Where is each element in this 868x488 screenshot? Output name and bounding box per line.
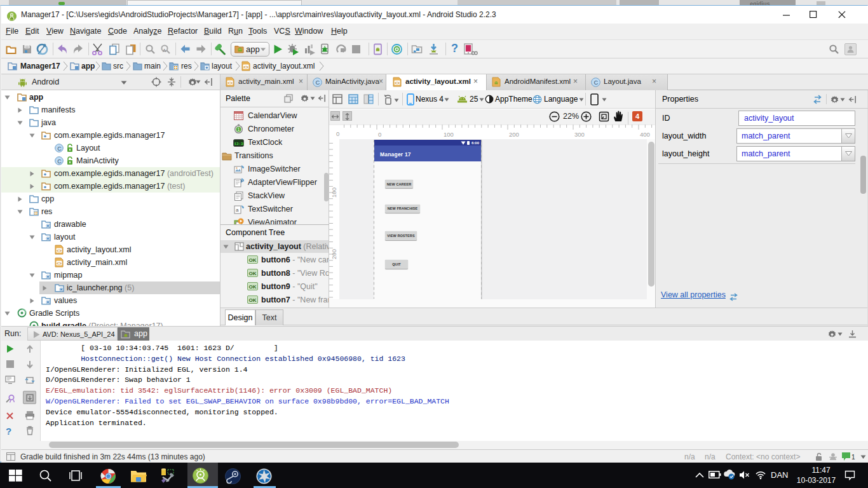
svg-text:<>: <> [395, 81, 400, 86]
svg-text:C: C [57, 158, 62, 165]
svg-text:100: 100 [330, 187, 337, 198]
svg-text:400: 400 [640, 131, 650, 138]
svg-text:C: C [316, 79, 320, 86]
svg-text:13:31: 13:31 [234, 142, 244, 146]
svg-text:100: 100 [444, 131, 454, 138]
svg-text:<>: <> [227, 81, 233, 86]
svg-text:A: A [163, 48, 166, 53]
svg-text:<>: <> [243, 65, 248, 70]
svg-text:<>: <> [57, 249, 62, 254]
svg-text:C: C [594, 79, 599, 86]
svg-text:C: C [57, 146, 62, 152]
svg-text:200: 200 [330, 249, 337, 259]
svg-text:300: 300 [574, 131, 585, 138]
svg-text:a: a [236, 207, 239, 213]
svg-text:200: 200 [509, 131, 519, 138]
svg-text:1: 1 [238, 127, 240, 132]
svg-text:<>: <> [57, 262, 62, 266]
svg-text:0: 0 [378, 131, 381, 138]
